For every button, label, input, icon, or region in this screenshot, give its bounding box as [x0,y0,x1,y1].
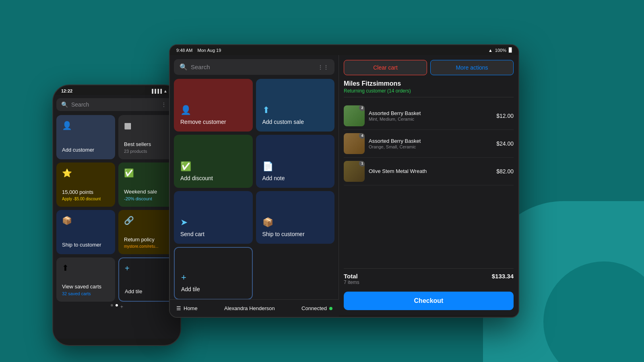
tablet-home-button[interactable]: ☰ Home [176,305,198,311]
phone-tile-weekend-sale[interactable]: ✅ Weekend sale -20% discount [118,162,177,207]
tablet-tile-remove-customer[interactable]: 👤 Remove customer [174,79,253,132]
cart-item-image: 4 [344,133,365,154]
wifi-icon: ▲ [163,89,167,93]
cart-item-details: Assorted Berry Basket Mint, Medium, Cera… [369,110,492,121]
cart-item-image: 1 [344,161,365,182]
connected-dot [329,307,332,310]
cart-item-price: $82.00 [496,168,514,175]
ship-icon: 📦 [62,216,109,225]
best-sellers-sublabel: 23 products [124,149,171,154]
tablet-left-panel: 🔍 Search ⋮⋮ 👤 Remove customer ⬆ Add cust… [170,55,339,315]
cart-item: 1 Olive Stem Metal Wreath $82.00 [344,158,514,185]
tablet-search-input[interactable]: Search [191,64,314,70]
ship-customer-t-label: Ship to customer [262,231,328,237]
remove-customer-icon: 👤 [180,105,246,115]
cart-total-items: 7 items [344,280,359,285]
sale-icon: ✅ [124,168,171,178]
phone-search-icon: 🔍 [61,101,68,108]
phone-tile-ship-customer[interactable]: 📦 Ship to customer [56,210,115,254]
view-saved-label: View saved carts [62,284,109,290]
tablet-connected-status: Connected [301,305,332,311]
tablet-status-icons: ▲ 100% ▉ [488,47,512,53]
add-discount-label: Add discount [180,175,246,181]
tablet-tile-add-note[interactable]: 📄 Add note [256,135,335,187]
cart-item: 2 Assorted Berry Basket Mint, Medium, Ce… [344,102,514,130]
cart-item-details: Olive Stem Metal Wreath [369,168,492,175]
tablet-right-panel: Clear cart More actions Miles Fitzsimmon… [339,55,518,315]
tablet-tile-add-discount[interactable]: ✅ Add discount [174,135,253,187]
phone-tiles-grid: 👤 Add customer ▦ Best sellers 23 product… [56,115,177,302]
phone-tile-add-tile[interactable]: + Add tile [118,257,177,302]
return-policy-url: mystore.com/retu... [124,244,171,249]
cart-item-name: Assorted Berry Basket [369,110,492,116]
clear-cart-button[interactable]: Clear cart [344,60,427,75]
ship-customer-label: Ship to customer [62,242,109,249]
cart-item-name: Assorted Berry Basket [369,138,492,144]
customer-name: Miles Fitzsimmons [344,80,514,87]
remove-customer-label: Remove customer [180,119,246,125]
cart-item-price: $12.00 [496,113,514,119]
send-cart-label: Send cart [180,231,246,237]
phone-page-dots: + [56,302,177,308]
add-tile-phone-icon: + [125,264,171,273]
tablet-tiles-grid: 👤 Remove customer ⬆ Add custom sale ✅ Ad… [174,79,334,300]
tablet-tile-send-cart[interactable]: ➤ Send cart [174,191,253,244]
cart-total-section: Total 7 items $133.34 [344,268,514,288]
view-saved-icon: ⬆ [62,263,109,273]
return-policy-icon: 🔗 [124,216,171,225]
cart-item-name: Olive Stem Metal Wreath [369,168,492,174]
points-sublabel: Apply -$5.00 discount [62,197,109,201]
phone-notch [89,85,145,95]
phone-tile-points[interactable]: ⭐ 15,000 points Apply -$5.00 discount [56,162,115,207]
tablet-search-bar[interactable]: 🔍 Search ⋮⋮ [174,59,334,75]
phone-dot-1 [111,304,113,306]
return-policy-label: Return policy [124,237,171,243]
tablet-bottom-bar: ☰ Home Alexandra Henderson Connected [170,299,339,317]
phone-tile-view-saved[interactable]: ⬆ View saved carts 32 saved carts [56,257,115,302]
phone-search-input[interactable]: Search [71,101,158,108]
tablet-grid-icon: ⋮⋮ [318,64,329,70]
tablet-search-icon: 🔍 [180,63,188,71]
phone-dot-plus[interactable]: + [120,304,123,306]
tablet-tile-add-tile[interactable]: + Add tile [174,247,253,300]
phone-tile-best-sellers[interactable]: ▦ Best sellers 23 products [118,115,177,159]
customer-info-section: Miles Fitzsimmons Returning customer (14… [344,80,514,97]
tablet-status-bar: 9:48 AM Mon Aug 19 ▲ 100% ▉ [170,45,518,55]
tablet-user-label: Alexandra Henderson [224,305,275,311]
add-custom-sale-icon: ⬆ [262,105,328,115]
cart-items-list: 2 Assorted Berry Basket Mint, Medium, Ce… [344,102,514,268]
item-qty-badge: 2 [359,105,365,111]
add-note-label: Add note [262,175,328,181]
add-tile-phone-label: Add tile [125,288,171,295]
points-icon: ⭐ [62,168,109,178]
checkout-button[interactable]: Checkout [344,292,514,310]
cart-item-details: Assorted Berry Basket Orange, Small, Cer… [369,138,492,149]
tablet-date: Mon Aug 19 [198,48,221,53]
cart-total-info: Total 7 items [344,273,359,285]
weekend-sale-label: Weekend sale [124,189,171,195]
tablet-wifi-icon: ▲ [488,48,493,53]
phone-tile-return-policy[interactable]: 🔗 Return policy mystore.com/retu... [118,210,177,254]
add-note-icon: 📄 [262,161,328,172]
cart-item-variant: Orange, Small, Ceramic [369,144,492,149]
add-tile-t-label: Add tile [181,286,246,292]
phone-tile-add-customer[interactable]: 👤 Add customer [56,115,115,159]
cart-actions: Clear cart More actions [344,60,514,75]
cart-total-amount: $133.34 [492,273,514,280]
best-sellers-icon: ▦ [124,121,171,130]
tablet-battery-icon: ▉ [509,47,512,53]
cart-item-image: 2 [344,105,365,126]
phone-content: 🔍 Search ⋮⋮ 👤 Add customer ▦ Best seller… [53,95,180,339]
phone-search-bar[interactable]: 🔍 Search ⋮⋮ [56,98,177,111]
item-qty-badge: 4 [359,133,365,139]
tablet-time: 9:48 AM [176,48,192,53]
cart-item-price: $24.00 [496,140,514,147]
cart-item-variant: Mint, Medium, Ceramic [369,117,492,121]
more-actions-button[interactable]: More actions [430,60,514,75]
tablet-tile-add-custom-sale[interactable]: ⬆ Add custom sale [256,79,335,132]
add-custom-sale-label: Add custom sale [262,119,328,125]
item-qty-badge: 1 [359,161,365,167]
tablet-tile-ship-customer[interactable]: 📦 Ship to customer [256,191,335,244]
phone-device: 12:22 ▐▐▐▐ ▲ ▉ 🔍 Search ⋮⋮ 👤 Add custome… [52,84,181,346]
tablet-device: 9:48 AM Mon Aug 19 ▲ 100% ▉ 🔍 Search ⋮⋮ … [169,44,519,318]
